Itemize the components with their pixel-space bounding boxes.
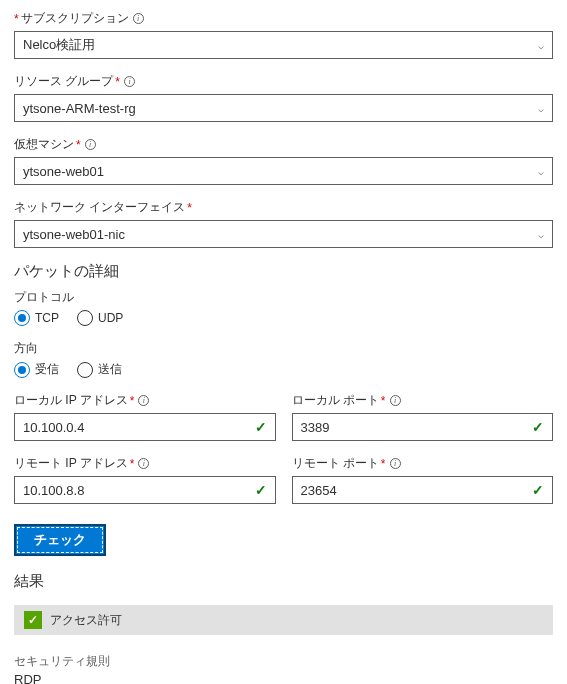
required-star: *	[76, 138, 81, 152]
info-icon[interactable]: i	[138, 458, 149, 469]
resource-group-value: ytsone-ARM-test-rg	[23, 101, 136, 116]
local-port-label: ローカル ポート	[292, 392, 379, 409]
protocol-radio-group: TCP UDP	[14, 310, 553, 326]
radio-icon	[77, 310, 93, 326]
radio-udp[interactable]: UDP	[77, 310, 123, 326]
radio-outbound-label: 送信	[98, 361, 122, 378]
radio-inbound[interactable]: 受信	[14, 361, 59, 378]
security-rule-value: RDP	[14, 672, 553, 684]
check-icon: ✓	[532, 419, 544, 435]
vm-value: ytsone-web01	[23, 164, 104, 179]
chevron-down-icon: ⌵	[538, 166, 544, 177]
security-rule-label: セキュリティ規則	[14, 653, 553, 670]
info-icon[interactable]: i	[124, 76, 135, 87]
vm-select[interactable]: ytsone-web01 ⌵	[14, 157, 553, 185]
results-title: 結果	[14, 572, 553, 591]
info-icon[interactable]: i	[138, 395, 149, 406]
subscription-label: サブスクリプション	[21, 10, 129, 27]
radio-inbound-label: 受信	[35, 361, 59, 378]
remote-port-label: リモート ポート	[292, 455, 379, 472]
nic-value: ytsone-web01-nic	[23, 227, 125, 242]
local-ip-input-wrap: ✓	[14, 413, 276, 441]
direction-radio-group: 受信 送信	[14, 361, 553, 378]
nic-label: ネットワーク インターフェイス	[14, 199, 185, 216]
local-port-input[interactable]	[301, 420, 533, 435]
required-star: *	[187, 201, 192, 215]
direction-label: 方向	[14, 340, 553, 357]
local-ip-label: ローカル IP アドレス	[14, 392, 128, 409]
resource-group-label: リソース グループ	[14, 73, 113, 90]
radio-tcp[interactable]: TCP	[14, 310, 59, 326]
check-icon: ✓	[532, 482, 544, 498]
required-star: *	[14, 12, 19, 26]
protocol-label: プロトコル	[14, 289, 553, 306]
nic-select[interactable]: ytsone-web01-nic ⌵	[14, 220, 553, 248]
chevron-down-icon: ⌵	[538, 40, 544, 51]
remote-port-input-wrap: ✓	[292, 476, 554, 504]
subscription-select[interactable]: Nelco検証用 ⌵	[14, 31, 553, 59]
remote-ip-input[interactable]	[23, 483, 255, 498]
info-icon[interactable]: i	[85, 139, 96, 150]
radio-icon	[14, 310, 30, 326]
local-ip-input[interactable]	[23, 420, 255, 435]
info-icon[interactable]: i	[390, 458, 401, 469]
result-status-bar: ✓ アクセス許可	[14, 605, 553, 635]
local-port-input-wrap: ✓	[292, 413, 554, 441]
required-star: *	[130, 457, 135, 471]
packet-details-title: パケットの詳細	[14, 262, 553, 281]
vm-label: 仮想マシン	[14, 136, 74, 153]
check-icon: ✓	[255, 419, 267, 435]
radio-icon	[14, 362, 30, 378]
required-star: *	[381, 394, 386, 408]
resource-group-select[interactable]: ytsone-ARM-test-rg ⌵	[14, 94, 553, 122]
required-star: *	[381, 457, 386, 471]
chevron-down-icon: ⌵	[538, 229, 544, 240]
radio-outbound[interactable]: 送信	[77, 361, 122, 378]
check-button[interactable]: チェック	[14, 524, 106, 556]
subscription-value: Nelco検証用	[23, 36, 95, 54]
remote-port-input[interactable]	[301, 483, 533, 498]
radio-udp-label: UDP	[98, 311, 123, 325]
chevron-down-icon: ⌵	[538, 103, 544, 114]
info-icon[interactable]: i	[133, 13, 144, 24]
remote-ip-label: リモート IP アドレス	[14, 455, 128, 472]
allow-icon: ✓	[24, 611, 42, 629]
required-star: *	[130, 394, 135, 408]
result-status-label: アクセス許可	[50, 612, 122, 629]
check-icon: ✓	[255, 482, 267, 498]
remote-ip-input-wrap: ✓	[14, 476, 276, 504]
info-icon[interactable]: i	[390, 395, 401, 406]
required-star: *	[115, 75, 120, 89]
radio-tcp-label: TCP	[35, 311, 59, 325]
radio-icon	[77, 362, 93, 378]
